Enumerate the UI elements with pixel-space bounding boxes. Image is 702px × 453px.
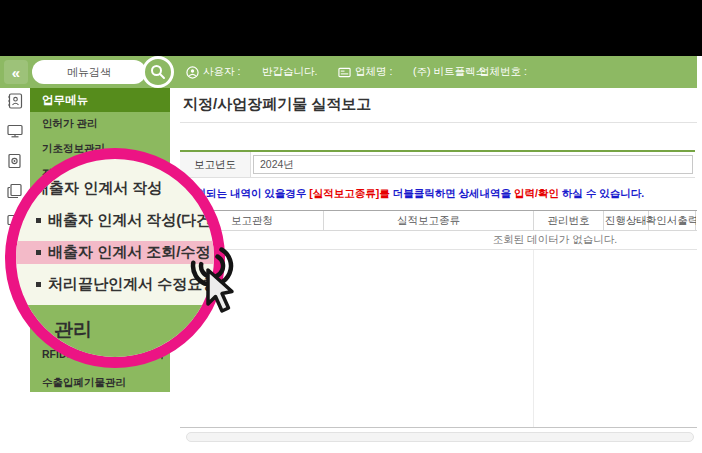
user-icon xyxy=(186,66,199,79)
search-icon xyxy=(150,64,166,80)
col-manage-number: 관리번호 xyxy=(534,211,604,231)
notice-part3: 더블클릭하면 상세내역을 xyxy=(390,187,514,199)
menu-request-edit-completed[interactable]: 처리끝난인계서 수정요청 xyxy=(16,273,214,296)
notice-text: 조회되는 내역이 있을경우 [실적보고종류]를 더블클릭하면 상세내역을 입력/… xyxy=(185,187,644,201)
empty-message: 조회된 데이터가 없습니다. xyxy=(180,231,697,250)
results-table: 보고관청 실적보고종류 관리번호 진행상태 확인서출력 제출 조회된 데이터가 … xyxy=(180,210,697,428)
click-cursor-icon xyxy=(188,242,248,326)
col-progress-state: 진행상태 xyxy=(604,211,649,231)
notice-part2: [실적보고종류]를 xyxy=(309,187,390,199)
company-number-label: 업체번호 : xyxy=(479,56,527,88)
main-panel: 지정/사업장폐기물 실적보고 보고년도 조회되는 내역이 있을경우 [실적보고종… xyxy=(180,88,697,445)
sidebar-item-import-export-waste[interactable]: 수출입폐기물관리 xyxy=(30,371,170,395)
report-year-input[interactable] xyxy=(253,155,693,174)
user-label: 사용자 : xyxy=(203,65,240,79)
report-year-row: 보고년도 xyxy=(180,150,695,178)
title-divider xyxy=(180,122,697,123)
company-info: 업체명 : xyxy=(338,56,392,88)
column-divider-line xyxy=(533,250,534,427)
col-confirm-print: 확인서출력 xyxy=(649,211,696,231)
col-report-type: 실적보고종류 xyxy=(324,211,534,231)
app-screen: « 사용자 : 반갑습니다. 업체명 : (주) 비트플렉스 업체번호 : xyxy=(0,0,702,453)
user-info: 사용자 : xyxy=(186,56,240,88)
document-settings-icon[interactable] xyxy=(6,152,24,170)
collapse-sidebar-button[interactable]: « xyxy=(4,60,28,84)
sidebar-item-permits[interactable]: 인허가 관리 xyxy=(30,112,170,136)
horizontal-scrollbar[interactable] xyxy=(186,432,694,442)
documents-icon[interactable] xyxy=(6,182,24,200)
company-card-icon xyxy=(338,66,351,79)
search-button[interactable] xyxy=(142,56,174,88)
address-book-icon[interactable] xyxy=(6,92,24,110)
notice-part4: 입력/확인 xyxy=(514,187,559,199)
bullet-icon xyxy=(36,218,41,223)
report-year-label: 보고년도 xyxy=(180,152,251,177)
menu-create-manifest-multi[interactable]: 배출자 인계서 작성(다건) xyxy=(16,209,214,232)
sidebar-title: 업무메뉴 xyxy=(30,88,170,112)
greeting-text: 반갑습니다. xyxy=(262,56,317,88)
report-year-value-cell xyxy=(251,152,695,177)
company-name: (주) 비트플렉스 xyxy=(413,56,486,88)
menu-view-edit-manifest[interactable]: 배출자 인계서 조회/수정 xyxy=(16,241,214,264)
topbar: « 사용자 : 반갑습니다. 업체명 : (주) 비트플렉스 업체번호 : xyxy=(0,56,697,88)
monitor-icon[interactable] xyxy=(6,122,24,140)
bullet-icon xyxy=(36,250,41,255)
company-label: 업체명 : xyxy=(355,65,392,79)
bullet-icon xyxy=(36,282,41,287)
menu-create-manifest[interactable]: 배출자 인계서 작성 xyxy=(16,177,214,200)
page-title: 지정/사업장폐기물 실적보고 xyxy=(183,95,371,114)
col-submit: 제출 xyxy=(696,211,697,231)
letterbox-band xyxy=(0,0,702,56)
menu-search-input[interactable] xyxy=(32,60,146,84)
section-label: 관리 xyxy=(54,317,92,343)
results-table-header: 보고관청 실적보고종류 관리번호 진행상태 확인서출력 제출 xyxy=(180,210,697,231)
table-body-area xyxy=(180,250,697,428)
notice-part5: 하실 수 있습니다. xyxy=(559,187,644,199)
